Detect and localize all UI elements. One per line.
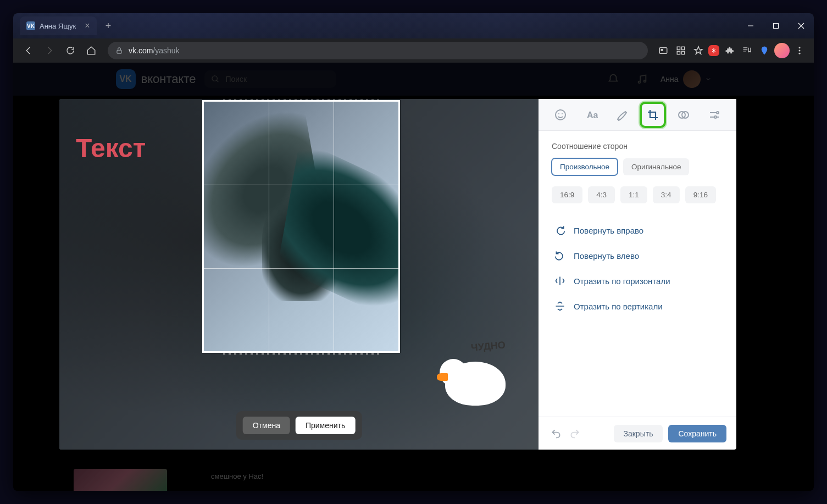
lock-icon	[115, 47, 123, 54]
tool-crop[interactable]	[642, 104, 664, 126]
cast-icon[interactable]	[656, 43, 671, 58]
nav-reload-button[interactable]	[62, 42, 79, 59]
svg-point-10	[799, 53, 801, 54]
url-input[interactable]: vk.com/yashuk	[108, 42, 648, 59]
crop-handle-bottom[interactable]	[223, 353, 379, 355]
browser-toolbar: vk.com/yashuk	[13, 38, 814, 63]
svg-rect-0	[774, 24, 779, 29]
ratio-9-16-button[interactable]: 9:16	[685, 186, 716, 203]
window-minimize-button[interactable]	[738, 13, 763, 38]
rotate-left-button[interactable]: Повернуть влево	[552, 244, 723, 267]
tool-draw[interactable]	[611, 104, 633, 126]
editor-footer: Закрыть Сохранить	[539, 417, 736, 450]
editor-canvas[interactable]: Текст ЧУДНО Отмена Применить	[59, 99, 539, 450]
flip-vertical-icon	[554, 300, 566, 312]
svg-rect-1	[117, 50, 121, 53]
rotate-left-icon	[554, 250, 566, 262]
editor-save-button[interactable]: Сохранить	[668, 425, 726, 442]
extensions-puzzle-icon[interactable]	[721, 43, 737, 58]
canvas-sticker: ЧУДНО	[440, 345, 511, 406]
svg-point-15	[558, 113, 559, 114]
svg-rect-7	[682, 52, 685, 54]
crop-actions: Отмена Применить	[236, 411, 362, 440]
ratio-16-9-button[interactable]: 16:9	[552, 186, 582, 203]
bookmark-star-icon[interactable]	[691, 43, 706, 58]
svg-point-16	[562, 113, 563, 114]
tool-blur[interactable]	[673, 104, 695, 126]
url-text: vk.com/yashuk	[129, 46, 180, 55]
extension-adblock-icon[interactable]	[708, 45, 719, 56]
profile-avatar[interactable]	[774, 43, 790, 58]
window-maximize-button[interactable]	[763, 13, 789, 38]
svg-point-21	[714, 116, 717, 118]
undo-button[interactable]	[548, 426, 564, 441]
crop-apply-button[interactable]: Применить	[296, 417, 355, 434]
ratio-3-4-button[interactable]: 3:4	[653, 186, 680, 203]
crop-handle-top[interactable]	[223, 99, 379, 99]
tool-stickers[interactable]	[550, 104, 571, 126]
svg-rect-5	[682, 47, 685, 49]
background-content: смешное у Нас!	[74, 469, 753, 491]
browser-menu-icon[interactable]	[792, 43, 807, 58]
svg-point-14	[556, 110, 565, 120]
svg-point-8	[799, 47, 801, 48]
svg-text:Aa: Aa	[587, 110, 598, 120]
flip-horizontal-icon	[554, 275, 566, 287]
nav-back-button[interactable]	[20, 42, 37, 59]
tab-close-icon[interactable]: ×	[85, 21, 90, 31]
flip-vertical-button[interactable]: Отразить по вертикали	[552, 295, 723, 318]
rotate-right-icon	[554, 224, 566, 236]
svg-rect-6	[677, 52, 680, 54]
ratio-original-button[interactable]: Оригинальное	[623, 158, 689, 175]
svg-rect-4	[677, 47, 680, 49]
ratio-4-3-button[interactable]: 4:3	[588, 186, 615, 203]
tool-adjust[interactable]	[703, 104, 725, 126]
svg-point-9	[799, 50, 801, 52]
new-tab-button[interactable]: +	[101, 20, 116, 32]
location-badge-icon[interactable]	[757, 43, 772, 58]
photo-editor-modal: Текст ЧУДНО Отмена Применить	[59, 99, 736, 450]
ratio-free-button[interactable]: Произвольное	[552, 158, 618, 175]
tool-tabs: Aa	[539, 99, 736, 131]
tool-text[interactable]: Aa	[580, 104, 602, 126]
vk-favicon: VK	[26, 21, 35, 30]
crop-cancel-button[interactable]: Отмена	[243, 417, 290, 434]
flip-horizontal-button[interactable]: Отразить по горизонтали	[552, 269, 723, 292]
window-titlebar: VK Анна Ящук × +	[13, 13, 814, 38]
browser-tab[interactable]: VK Анна Ящук ×	[20, 16, 97, 35]
aspect-ratio-title: Соотношение сторон	[552, 142, 723, 151]
crop-frame[interactable]	[202, 100, 400, 353]
rotate-right-button[interactable]: Повернуть вправо	[552, 219, 723, 242]
apps-icon[interactable]	[673, 43, 689, 58]
window-close-button[interactable]	[789, 13, 814, 38]
nav-forward-button[interactable]	[41, 42, 58, 59]
nav-home-button[interactable]	[82, 42, 100, 59]
svg-point-20	[717, 112, 719, 114]
editor-close-button[interactable]: Закрыть	[614, 425, 663, 442]
reading-list-icon[interactable]	[739, 43, 754, 58]
redo-button[interactable]	[567, 426, 582, 441]
tab-title: Анна Ящук	[40, 22, 76, 30]
svg-rect-3	[661, 49, 664, 51]
ratio-1-1-button[interactable]: 1:1	[620, 186, 647, 203]
editor-sidebar: Aa Соотношение сторон Произвольное Ориги…	[539, 99, 736, 450]
